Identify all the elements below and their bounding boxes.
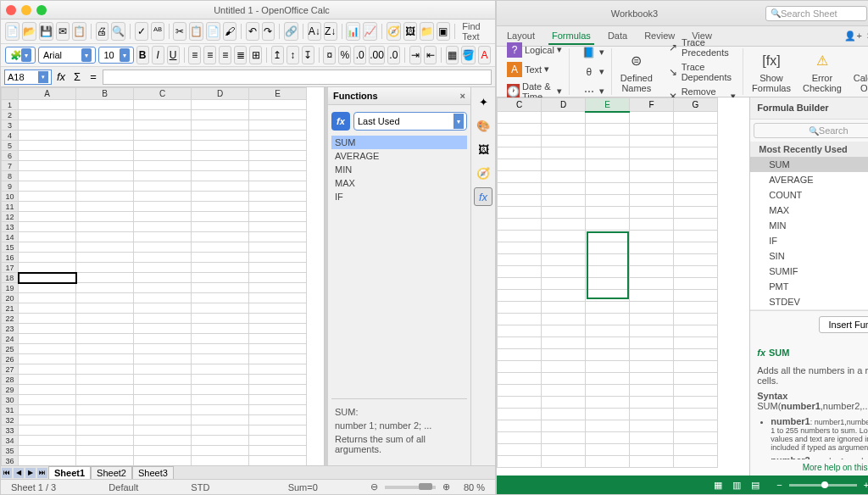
ex-cell[interactable] bbox=[542, 242, 586, 254]
cell[interactable] bbox=[249, 100, 307, 110]
builder-item[interactable]: PMT bbox=[750, 279, 868, 294]
row-header[interactable]: 24 bbox=[2, 334, 19, 344]
cell[interactable] bbox=[134, 202, 192, 212]
builder-item[interactable]: AVERAGE bbox=[750, 172, 868, 187]
ex-cell[interactable] bbox=[674, 195, 718, 207]
ex-cell[interactable] bbox=[542, 231, 586, 242]
row-header[interactable]: 32 bbox=[2, 415, 19, 425]
cell[interactable] bbox=[19, 283, 76, 293]
ex-cell[interactable] bbox=[674, 159, 718, 171]
ex-cell[interactable] bbox=[542, 183, 586, 195]
ex-col-header[interactable]: C bbox=[498, 98, 542, 112]
ex-cell[interactable] bbox=[674, 361, 718, 373]
cell[interactable] bbox=[19, 364, 76, 375]
function-list[interactable]: SUMAVERAGEMINMAXIF bbox=[331, 136, 467, 398]
ex-cell[interactable] bbox=[630, 409, 674, 420]
fontcolor-icon[interactable]: A bbox=[478, 46, 491, 64]
ex-cell[interactable] bbox=[586, 136, 630, 147]
cell[interactable] bbox=[76, 161, 134, 171]
cell[interactable] bbox=[76, 425, 134, 436]
sum-icon[interactable]: Σ bbox=[70, 70, 84, 84]
cell[interactable] bbox=[19, 120, 76, 131]
ex-cell[interactable] bbox=[630, 444, 674, 456]
ex-cell[interactable] bbox=[630, 266, 674, 278]
cell[interactable] bbox=[249, 385, 307, 395]
cell[interactable] bbox=[19, 171, 76, 181]
ex-cell[interactable] bbox=[674, 337, 718, 349]
cell[interactable] bbox=[249, 192, 307, 202]
cell[interactable] bbox=[76, 405, 134, 415]
ex-cell[interactable] bbox=[542, 397, 586, 409]
cell[interactable] bbox=[76, 303, 134, 314]
format-paint-icon[interactable]: 🖌 bbox=[223, 22, 236, 41]
ex-cell[interactable] bbox=[674, 397, 718, 409]
abc-icon[interactable]: ᴬᴮ bbox=[151, 22, 164, 41]
col-header[interactable]: C bbox=[134, 88, 192, 100]
ex-cell[interactable] bbox=[674, 420, 718, 432]
ex-cell[interactable] bbox=[630, 314, 674, 325]
valign-top-icon[interactable]: ↥ bbox=[271, 46, 284, 64]
ex-col-header[interactable]: D bbox=[542, 98, 586, 112]
cell[interactable] bbox=[76, 456, 134, 466]
cell[interactable] bbox=[134, 425, 192, 436]
ex-cell[interactable] bbox=[630, 302, 674, 314]
cell[interactable] bbox=[192, 263, 249, 273]
fn-item[interactable]: MAX bbox=[331, 176, 467, 190]
ex-cell[interactable] bbox=[674, 302, 718, 314]
help-link[interactable]: More help on this function bbox=[750, 459, 868, 476]
ex-cell[interactable] bbox=[542, 385, 586, 397]
cell[interactable] bbox=[134, 253, 192, 263]
nav-icon[interactable]: 🧭 bbox=[387, 22, 401, 41]
cell[interactable] bbox=[249, 141, 307, 151]
row-header[interactable]: 23 bbox=[2, 324, 19, 334]
row-header[interactable]: 20 bbox=[2, 293, 19, 303]
cell[interactable] bbox=[192, 456, 249, 466]
cell[interactable] bbox=[192, 100, 249, 110]
redo-icon[interactable]: ↷ bbox=[262, 22, 275, 41]
sheet-tab[interactable]: Sheet2 bbox=[91, 466, 132, 480]
cell[interactable] bbox=[249, 171, 307, 181]
cell[interactable] bbox=[134, 242, 192, 253]
cell[interactable] bbox=[249, 273, 307, 283]
cell[interactable] bbox=[134, 334, 192, 344]
ex-cell[interactable] bbox=[542, 349, 586, 361]
row-header[interactable]: 17 bbox=[2, 263, 19, 273]
cell[interactable] bbox=[192, 314, 249, 324]
row-header[interactable]: 28 bbox=[2, 375, 19, 385]
ex-cell[interactable] bbox=[542, 219, 586, 231]
ex-col-header[interactable]: F bbox=[630, 98, 674, 112]
ex-cell[interactable] bbox=[630, 124, 674, 136]
cell[interactable] bbox=[249, 110, 307, 120]
view-break-icon[interactable]: ▤ bbox=[751, 480, 760, 491]
cell[interactable] bbox=[134, 395, 192, 405]
ex-cell[interactable] bbox=[586, 397, 630, 409]
cell[interactable] bbox=[76, 212, 134, 222]
open-icon[interactable]: 📂 bbox=[22, 22, 36, 41]
ex-cell[interactable] bbox=[586, 456, 630, 468]
cell[interactable] bbox=[249, 436, 307, 446]
ex-cell[interactable] bbox=[586, 325, 630, 337]
ex-cell[interactable] bbox=[586, 183, 630, 195]
cell[interactable] bbox=[249, 425, 307, 436]
screen-icon[interactable]: ▣ bbox=[437, 22, 450, 41]
ex-cell[interactable] bbox=[542, 373, 586, 385]
ex-cell[interactable] bbox=[586, 373, 630, 385]
cell[interactable] bbox=[19, 303, 76, 314]
cell[interactable] bbox=[76, 181, 134, 192]
cell[interactable] bbox=[249, 181, 307, 192]
row-header[interactable]: 1 bbox=[2, 100, 19, 110]
ex-cell[interactable] bbox=[674, 325, 718, 337]
cell[interactable] bbox=[76, 283, 134, 293]
ex-cell[interactable] bbox=[674, 219, 718, 231]
ex-cell[interactable] bbox=[498, 397, 542, 409]
builder-item[interactable]: IF bbox=[750, 233, 868, 248]
cell[interactable] bbox=[192, 202, 249, 212]
col-header[interactable]: D bbox=[192, 88, 249, 100]
row-header[interactable]: 4 bbox=[2, 131, 19, 141]
col-header[interactable]: B bbox=[76, 88, 134, 100]
cell[interactable] bbox=[192, 283, 249, 293]
row-header[interactable]: 19 bbox=[2, 283, 19, 293]
cell[interactable] bbox=[192, 253, 249, 263]
ex-cell[interactable] bbox=[498, 337, 542, 349]
row-header[interactable]: 29 bbox=[2, 385, 19, 395]
